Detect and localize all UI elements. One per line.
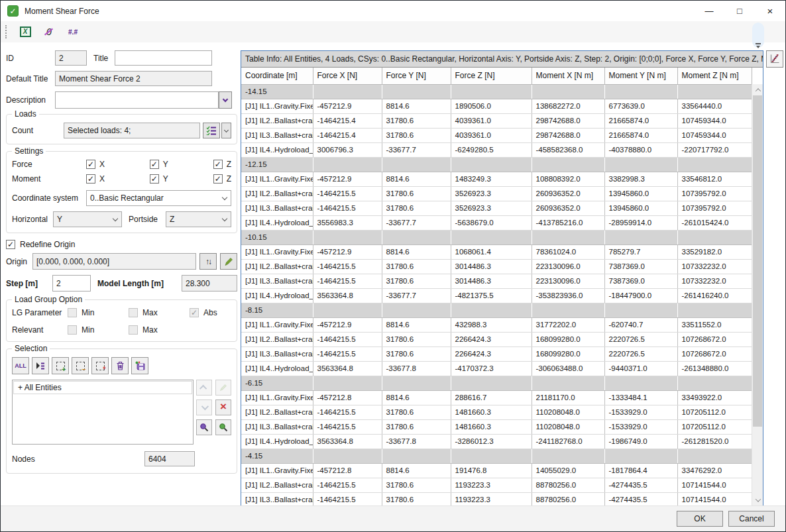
value-cell[interactable]: 432988.3: [451, 317, 532, 332]
column-header[interactable]: Moment Y [N m]: [604, 68, 677, 84]
value-cell[interactable]: 31780.6: [382, 419, 451, 434]
group-empty-cell[interactable]: [604, 449, 677, 463]
scroll-up-arrow[interactable]: [752, 84, 763, 95]
value-cell[interactable]: 13945860.0: [604, 201, 677, 215]
group-empty-cell[interactable]: [677, 157, 752, 172]
value-cell[interactable]: 8814.6: [382, 172, 451, 186]
load-name-cell[interactable]: [J1] IL1..Gravity.Fixe: [241, 390, 313, 405]
value-cell[interactable]: -261416240.0: [677, 288, 752, 303]
value-cell[interactable]: -4274435.5: [604, 478, 677, 492]
value-cell[interactable]: 7387369.0: [604, 274, 677, 288]
origin-field[interactable]: [0.000, 0.000, 0.000]: [32, 253, 196, 270]
move-up-button[interactable]: [196, 380, 212, 396]
value-cell[interactable]: -1464215.5: [313, 259, 382, 274]
column-header[interactable]: Moment X [N m]: [532, 68, 604, 84]
move-down-button[interactable]: [196, 399, 212, 415]
group-empty-cell[interactable]: [532, 303, 604, 317]
add-to-selection-button[interactable]: +: [52, 357, 69, 374]
column-header[interactable]: Moment Z [N m]: [677, 68, 752, 84]
value-cell[interactable]: 33564440.0: [677, 99, 752, 113]
value-cell[interactable]: 3526923.3: [451, 201, 532, 215]
description-input[interactable]: [55, 91, 219, 109]
load-name-cell[interactable]: [J1] IL2..Ballast+crai: [241, 259, 313, 274]
value-cell[interactable]: -457212.9: [313, 244, 382, 259]
load-name-cell[interactable]: [J1] IL1..Gravity.Fixe: [241, 172, 313, 186]
zoom-selection-button[interactable]: [196, 419, 212, 435]
value-cell[interactable]: 107332232.0: [677, 259, 752, 274]
load-name-cell[interactable]: [J1] IL1..Gravity.Fixe: [241, 244, 313, 259]
load-name-cell[interactable]: [J1] IL3..Ballast+crai: [241, 419, 313, 434]
value-cell[interactable]: 31780.6: [382, 405, 451, 419]
value-cell[interactable]: 1890506.0: [451, 99, 532, 113]
value-cell[interactable]: 8814.6: [382, 390, 451, 405]
column-header[interactable]: Force X [N]: [313, 68, 382, 84]
value-cell[interactable]: 138682272.0: [532, 99, 604, 113]
vertical-scrollbar[interactable]: [752, 84, 763, 505]
force-z-checkbox[interactable]: [213, 160, 223, 169]
group-empty-cell[interactable]: [532, 157, 604, 172]
value-cell[interactable]: -1464215.5: [313, 186, 382, 201]
value-cell[interactable]: -4821375.5: [451, 288, 532, 303]
group-empty-cell[interactable]: [451, 376, 532, 390]
value-cell[interactable]: 107268672.0: [677, 332, 752, 346]
value-cell[interactable]: -1464215.5: [313, 201, 382, 215]
clear-selection-button[interactable]: [111, 357, 129, 374]
value-cell[interactable]: 21665874.0: [604, 113, 677, 128]
ok-button[interactable]: OK: [677, 511, 723, 527]
pick-loads-button[interactable]: [203, 123, 220, 138]
value-cell[interactable]: -1986749.0: [604, 434, 677, 449]
load-name-cell[interactable]: [J1] IL4..Hydroload_: [241, 434, 313, 449]
value-cell[interactable]: -458582368.0: [532, 142, 604, 157]
value-cell[interactable]: -33677.7: [382, 288, 451, 303]
value-cell[interactable]: -33677.7: [382, 215, 451, 230]
group-empty-cell[interactable]: [604, 303, 677, 317]
nodes-field[interactable]: 6404: [144, 451, 195, 466]
value-cell[interactable]: -413785216.0: [532, 215, 604, 230]
value-cell[interactable]: -40378880.0: [604, 142, 677, 157]
lg-min-checkbox[interactable]: [68, 308, 77, 317]
swap-origin-button[interactable]: ↑↓: [199, 253, 217, 270]
value-cell[interactable]: 8814.6: [382, 99, 451, 113]
group-coordinate-cell[interactable]: -14.15: [241, 84, 313, 99]
column-header[interactable]: Coordinate [m]: [241, 68, 313, 84]
value-cell[interactable]: 8814.6: [382, 463, 451, 478]
load-name-cell[interactable]: [J1] IL4..Hydroload_: [241, 361, 313, 376]
coordinate-system-select[interactable]: 0..Basic Rectangular: [86, 190, 231, 206]
list-item[interactable]: + All Entities: [13, 381, 192, 394]
group-empty-cell[interactable]: [313, 376, 382, 390]
load-name-cell[interactable]: [J1] IL3..Ballast+crai: [241, 201, 313, 215]
value-cell[interactable]: 107459344.0: [677, 113, 752, 128]
value-cell[interactable]: 3556983.3: [313, 215, 382, 230]
group-empty-cell[interactable]: [677, 449, 752, 463]
group-empty-cell[interactable]: [313, 449, 382, 463]
value-cell[interactable]: -1464215.4: [313, 128, 382, 142]
value-cell[interactable]: 785279.7: [604, 244, 677, 259]
value-cell[interactable]: -1817864.4: [604, 463, 677, 478]
value-cell[interactable]: 33476292.0: [677, 463, 752, 478]
lg-max-checkbox[interactable]: [129, 308, 138, 317]
group-empty-cell[interactable]: [604, 157, 677, 172]
moment-z-checkbox[interactable]: [213, 174, 223, 184]
group-empty-cell[interactable]: [604, 376, 677, 390]
force-x-checkbox[interactable]: [86, 160, 95, 169]
save-selection-button[interactable]: [131, 357, 148, 374]
value-cell[interactable]: -1464215.4: [313, 113, 382, 128]
value-cell[interactable]: 107205112.0: [677, 419, 752, 434]
value-cell[interactable]: -6249280.5: [451, 142, 532, 157]
value-cell[interactable]: 31780.6: [382, 478, 451, 492]
column-header[interactable]: Force Z [N]: [451, 68, 532, 84]
value-cell[interactable]: 4039361.0: [451, 113, 532, 128]
value-cell[interactable]: -5638679.0: [451, 215, 532, 230]
value-cell[interactable]: -1333484.1: [604, 390, 677, 405]
value-cell[interactable]: 7387369.0: [604, 259, 677, 274]
excel-export-button[interactable]: X: [19, 25, 32, 39]
group-empty-cell[interactable]: [451, 230, 532, 244]
load-name-cell[interactable]: [J1] IL1..Gravity.Fixe: [241, 99, 313, 113]
value-cell[interactable]: -306063488.0: [532, 361, 604, 376]
value-cell[interactable]: 31780.6: [382, 274, 451, 288]
panel-expander[interactable]: [752, 23, 764, 48]
group-empty-cell[interactable]: [382, 157, 451, 172]
value-cell[interactable]: -33677.8: [382, 361, 451, 376]
value-cell[interactable]: 33529182.0: [677, 244, 752, 259]
load-name-cell[interactable]: [J1] IL2..Ballast+crai: [241, 405, 313, 419]
